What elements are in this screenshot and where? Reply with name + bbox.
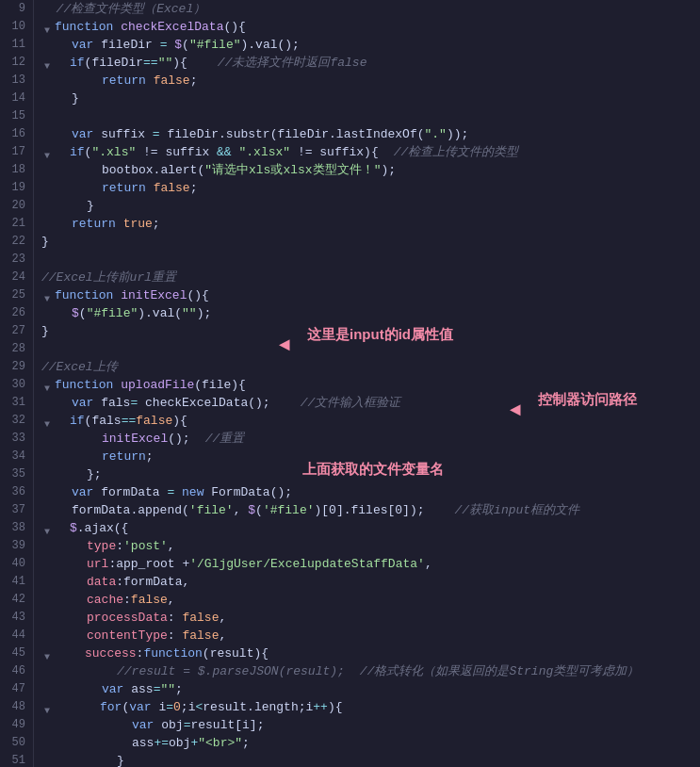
code-line-10: ▼function checkExcelData(){ xyxy=(41,18,700,36)
code-line-37: formData.append('file', $('#file')[0].fi… xyxy=(41,501,700,519)
code-line-25: ▼function initExcel(){ xyxy=(41,286,700,304)
code-line-22: } xyxy=(41,233,700,251)
fold-icon-48[interactable]: ▼ xyxy=(41,702,53,713)
code-line-50: ass+=obj+"<br>"; xyxy=(41,734,700,752)
code-line-21: return true; xyxy=(41,215,700,233)
line-numbers: 9 10 11 12 13 14 15 16 17 18 19 20 21 22… xyxy=(0,0,34,767)
code-line-47: var ass=""; xyxy=(41,680,700,698)
code-line-39: type:'post', xyxy=(41,537,700,555)
code-line-36: var formData = new FormData(); xyxy=(41,483,700,501)
code-line-43: processData: false, xyxy=(41,609,700,627)
fold-icon-38[interactable]: ▼ xyxy=(41,523,53,534)
code-line-12: ▼if(fileDir==""){//未选择文件时返回false xyxy=(41,54,700,72)
fold-icon-17[interactable]: ▼ xyxy=(41,147,53,158)
code-line-45: ▼success:function(result){ xyxy=(41,645,700,662)
code-line-18: bootbox.alert("请选中xls或xlsx类型文件！"); xyxy=(41,161,700,179)
code-line-27: } xyxy=(41,322,700,340)
fold-icon-32[interactable]: ▼ xyxy=(41,416,53,427)
code-line-44: contentType: false, xyxy=(41,627,700,645)
code-line-20: } xyxy=(41,197,700,215)
fold-icon-10[interactable]: ▼ xyxy=(41,22,53,33)
code-line-26: $("#file").val(""); xyxy=(41,304,700,322)
code-line-23 xyxy=(41,251,700,269)
code-line-49: var obj=result[i]; xyxy=(41,716,700,734)
code-line-30: ▼function uploadFile(file){ xyxy=(41,376,700,394)
code-line-24: //Excel上传前url重置 xyxy=(41,269,700,286)
code-line-15 xyxy=(41,107,700,125)
code-line-9: //检查文件类型（Excel） xyxy=(41,0,700,18)
code-line-32: ▼if(fals==false){ xyxy=(41,412,700,430)
code-line-35: }; xyxy=(41,465,700,483)
code-line-42: cache:false, xyxy=(41,591,700,609)
code-line-48: ▼for(var i=0;i<result.length;i++){ xyxy=(41,698,700,716)
code-line-28 xyxy=(41,340,700,358)
code-line-29: //Excel上传 xyxy=(41,358,700,376)
fold-icon-12[interactable]: ▼ xyxy=(41,57,53,69)
code-line-11: var fileDir = $("#file").val(); xyxy=(41,36,700,54)
code-content: //检查文件类型（Excel） ▼function checkExcelData… xyxy=(34,0,700,767)
code-line-19: return false; xyxy=(41,179,700,197)
fold-icon-25[interactable]: ▼ xyxy=(41,290,53,302)
code-line-51: } xyxy=(41,752,700,767)
code-line-46: //result = $.parseJSON(result);//格式转化（如果… xyxy=(41,662,700,680)
code-editor: 9 10 11 12 13 14 15 16 17 18 19 20 21 22… xyxy=(0,0,700,767)
code-line-17: ▼if(".xls" != suffix && ".xlsx" != suffi… xyxy=(41,143,700,161)
fold-icon-30[interactable]: ▼ xyxy=(41,380,53,391)
code-line-13: return false; xyxy=(41,72,700,90)
code-line-33: initExcel();//重置 xyxy=(41,430,700,448)
code-line-41: data:formData, xyxy=(41,573,700,591)
code-line-14: } xyxy=(41,90,700,107)
code-line-38: ▼$.ajax({ xyxy=(41,519,700,537)
code-line-16: var suffix = fileDir.substr(fileDir.last… xyxy=(41,125,700,143)
code-line-40: url:app_root +'/GljgUser/ExcelupdateStaf… xyxy=(41,555,700,573)
code-line-34: return; xyxy=(41,448,700,465)
code-line-31: var fals= checkExcelData();//文件输入框验证 xyxy=(41,394,700,412)
fold-icon-45[interactable]: ▼ xyxy=(41,648,53,660)
